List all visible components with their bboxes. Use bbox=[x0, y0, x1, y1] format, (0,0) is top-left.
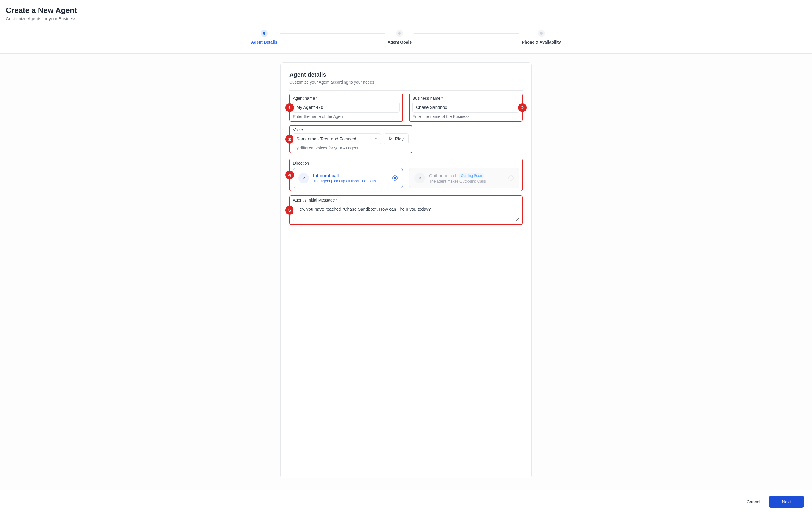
step-phone-availability[interactable]: Phone & Availability bbox=[522, 30, 561, 45]
step-dot-icon bbox=[396, 30, 403, 37]
inbound-subtitle: The agent picks up all Incoming Calls bbox=[313, 179, 388, 183]
annotation-box-5: 5 Agent's Initial Message* bbox=[289, 195, 523, 225]
business-name-help: Enter the name of the Business bbox=[412, 114, 519, 119]
svg-marker-0 bbox=[389, 137, 392, 140]
agent-details-card: Agent details Customize your Agent accor… bbox=[280, 62, 532, 479]
outbound-subtitle: The agent makes Outbound Calls bbox=[429, 179, 504, 183]
voice-help: Try different voices for your AI agent bbox=[293, 146, 409, 150]
step-dot-icon bbox=[261, 30, 268, 37]
direction-label: Direction bbox=[293, 161, 519, 165]
coming-soon-badge: Coming Soon bbox=[459, 173, 485, 179]
direction-outbound-card: Outbound call Coming Soon The agent make… bbox=[409, 168, 519, 188]
annotation-badge-1: 1 bbox=[285, 103, 294, 112]
step-dot-icon bbox=[538, 30, 545, 37]
required-icon: * bbox=[336, 198, 337, 202]
stepper: Agent Details Agent Goals Phone & Availa… bbox=[0, 24, 812, 53]
voice-select[interactable]: Samantha - Teen and Focused bbox=[293, 133, 381, 144]
card-subtitle: Customize your Agent according to your n… bbox=[289, 80, 523, 84]
play-icon bbox=[389, 136, 393, 141]
outbound-arrow-icon bbox=[414, 173, 425, 183]
agent-name-input[interactable] bbox=[293, 102, 400, 113]
step-agent-details[interactable]: Agent Details bbox=[251, 30, 277, 45]
svg-line-1 bbox=[303, 177, 305, 179]
annotation-box-2: 2 Business name* Enter the name of the B… bbox=[409, 93, 523, 122]
business-name-label: Business name* bbox=[412, 96, 519, 101]
voice-label: Voice bbox=[293, 128, 409, 132]
direction-inbound-card[interactable]: Inbound call The agent picks up all Inco… bbox=[293, 168, 403, 188]
agent-name-help: Enter the name of the Agent bbox=[293, 114, 400, 119]
agent-name-label: Agent name* bbox=[293, 96, 400, 101]
outbound-radio bbox=[508, 176, 514, 181]
step-agent-goals[interactable]: Agent Goals bbox=[387, 30, 411, 45]
inbound-title: Inbound call bbox=[313, 173, 388, 178]
annotation-box-1: 1 Agent name* Enter the name of the Agen… bbox=[289, 93, 403, 122]
step-line bbox=[414, 33, 519, 34]
step-line bbox=[280, 33, 384, 34]
initial-message-label: Agent's Initial Message* bbox=[293, 198, 519, 202]
next-button[interactable]: Next bbox=[769, 496, 804, 508]
required-icon: * bbox=[441, 96, 443, 101]
annotation-box-3: 3 Voice Samantha - Teen and Focused bbox=[289, 125, 412, 153]
play-voice-button[interactable]: Play bbox=[384, 133, 409, 144]
annotation-box-4: 4 Direction Inbound call The agent picks… bbox=[289, 159, 523, 191]
inbound-arrow-icon bbox=[298, 173, 309, 183]
outbound-title: Outbound call Coming Soon bbox=[429, 173, 504, 179]
page-title: Create a New Agent bbox=[6, 6, 806, 15]
cancel-button[interactable]: Cancel bbox=[743, 496, 764, 507]
initial-message-input[interactable] bbox=[293, 204, 519, 221]
annotation-badge-2: 2 bbox=[518, 103, 527, 112]
svg-line-2 bbox=[419, 177, 421, 179]
footer-bar: Cancel Next bbox=[0, 490, 812, 513]
inbound-radio[interactable] bbox=[392, 176, 398, 181]
card-title: Agent details bbox=[289, 71, 523, 78]
page-subtitle: Customize Agents for your Business bbox=[6, 16, 806, 21]
card-divider bbox=[289, 90, 523, 91]
required-icon: * bbox=[316, 96, 317, 101]
business-name-input[interactable] bbox=[412, 102, 519, 113]
